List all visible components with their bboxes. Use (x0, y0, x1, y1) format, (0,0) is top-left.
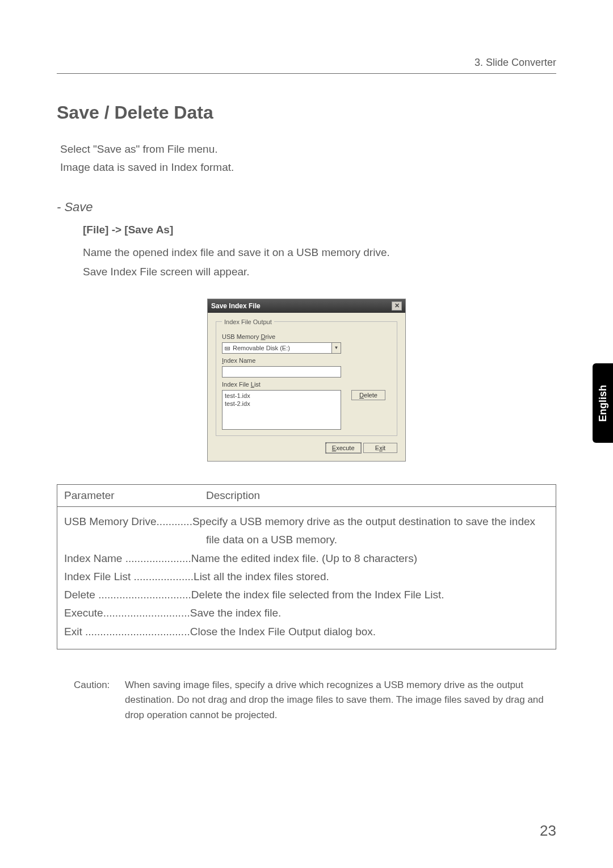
language-tab: English (593, 363, 613, 443)
table-row: Index Name ......................Name th… (64, 550, 549, 568)
table-row: Exit ...................................… (64, 623, 549, 641)
usb-drive-combo[interactable]: 🖴 Removable Disk (E:) ▼ (222, 342, 341, 354)
page-number: 23 (540, 822, 556, 840)
index-file-list[interactable]: test-1.idx test-2.idx (222, 390, 341, 430)
table-row: Index File List ....................List… (64, 568, 549, 586)
intro-line-2: Image data is saved in Index format. (60, 158, 556, 177)
save-line-1: Name the opened index file and save it o… (83, 243, 556, 262)
usb-drive-label: USB Memory Drive (222, 333, 391, 340)
table-row: USB Memory Drive............Specify a US… (64, 513, 549, 550)
chevron-down-icon[interactable]: ▼ (331, 343, 341, 353)
index-name-label: Index Name (222, 357, 391, 364)
intro-line-1: Select "Save as" from File menu. (60, 140, 556, 158)
save-line-2: Save Index File screen will appear. (83, 262, 556, 282)
group-legend: Index File Output (222, 318, 274, 325)
execute-button[interactable]: Execute (326, 443, 361, 453)
drive-icon: 🖴 (225, 345, 230, 351)
table-row: Delete ...............................De… (64, 586, 549, 604)
chapter-header: 3. Slide Converter (57, 57, 556, 74)
usb-drive-value: Removable Disk (E:) (233, 345, 331, 351)
col-description: Description (206, 489, 260, 502)
caution-note: Caution: When saving image files, specif… (74, 678, 556, 723)
index-name-input[interactable] (222, 366, 341, 378)
close-icon[interactable]: ✕ (392, 301, 402, 311)
parameter-table: Parameter Description USB Memory Drive..… (57, 484, 556, 649)
list-item[interactable]: test-1.idx (225, 392, 338, 400)
dialog-title: Save Index File (211, 302, 261, 310)
caution-label: Caution: (74, 678, 125, 723)
index-file-list-label: Index File List (222, 381, 391, 388)
caution-text: When saving image files, specify a drive… (125, 678, 556, 723)
delete-button[interactable]: Delete (351, 390, 385, 400)
menu-path: [File] -> [Save As] (83, 224, 556, 236)
save-heading: - Save (57, 200, 556, 215)
col-parameter: Parameter (64, 489, 206, 502)
exit-button[interactable]: Exit (363, 443, 397, 453)
list-item[interactable]: test-2.idx (225, 400, 338, 408)
page-title: Save / Delete Data (57, 102, 556, 123)
table-row: Execute.............................Save… (64, 604, 549, 622)
save-index-file-dialog: Save Index File ✕ Index File Output USB … (207, 299, 406, 462)
